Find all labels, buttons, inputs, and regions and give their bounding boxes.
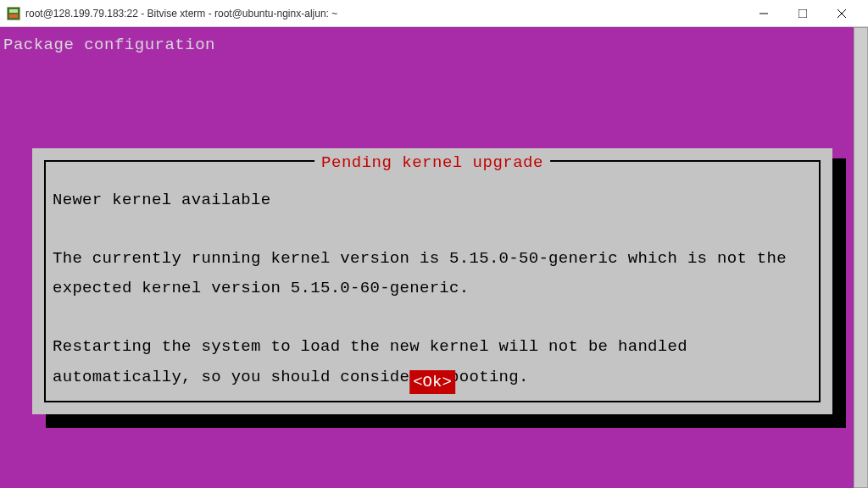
window-controls: [744, 0, 861, 27]
close-button[interactable]: [822, 0, 861, 27]
minimize-button[interactable]: [744, 0, 783, 27]
app-icon: [7, 7, 20, 20]
svg-rect-2: [9, 14, 18, 18]
scrollbar[interactable]: [854, 27, 868, 488]
ok-button[interactable]: <Ok>: [409, 370, 455, 395]
dialog-title: Pending kernel upgrade: [314, 151, 550, 175]
dialog-content: Newer kernel available The currently run…: [53, 186, 812, 392]
page-header: Package configuration: [0, 27, 868, 58]
svg-rect-1: [9, 9, 18, 13]
terminal-area: Package configuration Pending kernel upg…: [0, 27, 868, 488]
ok-button-label: <Ok>: [413, 373, 452, 391]
titlebar-left: root@128.199.79.183:22 - Bitvise xterm -…: [7, 7, 337, 20]
dialog-paragraph-1: The currently running kernel version is …: [53, 244, 812, 303]
dialog-box: Pending kernel upgrade Newer kernel avai…: [32, 148, 832, 414]
window-titlebar: root@128.199.79.183:22 - Bitvise xterm -…: [0, 0, 868, 27]
window-title: root@128.199.79.183:22 - Bitvise xterm -…: [25, 8, 337, 19]
maximize-button[interactable]: [783, 0, 822, 27]
dialog-title-label: Pending kernel upgrade: [321, 153, 543, 172]
dialog-heading: Newer kernel available: [53, 186, 812, 215]
scrollbar-thumb[interactable]: [854, 27, 868, 488]
svg-rect-4: [798, 9, 807, 18]
